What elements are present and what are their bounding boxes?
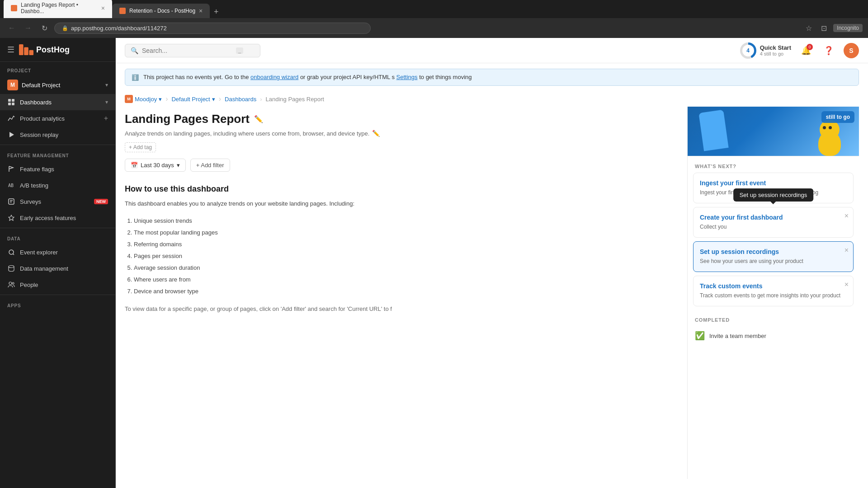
sidebar-item-people[interactable]: People bbox=[0, 277, 115, 293]
quick-start-card-dashboard: Create your first dashboard Collect you … bbox=[693, 207, 854, 238]
sidebar-item-dashboards[interactable]: Dashboards ▾ bbox=[0, 94, 115, 110]
completed-header: COMPLETED bbox=[688, 310, 859, 326]
page-title: Landing Pages Report bbox=[125, 112, 250, 126]
add-filter-label: + Add filter bbox=[196, 162, 224, 169]
page-subtitle: Analyze trends on landing pages, includi… bbox=[125, 130, 678, 137]
edit-title-icon[interactable]: ✏️ bbox=[254, 115, 263, 123]
incognito-badge: Incognito bbox=[833, 24, 863, 32]
back-button[interactable]: ← bbox=[5, 22, 18, 34]
svg-point-16 bbox=[12, 282, 14, 284]
quick-start-panel: still to go WHAT'S NEXT? Ingest your fir… bbox=[687, 107, 859, 479]
svg-point-15 bbox=[9, 282, 12, 285]
breadcrumb-project-chevron: ▾ bbox=[212, 96, 215, 103]
breadcrumb-moodjoy-label: Moodjoy bbox=[135, 96, 157, 103]
new-tab-button[interactable]: + bbox=[210, 5, 222, 18]
tab-close-1[interactable]: × bbox=[101, 5, 105, 12]
date-filter-label: Last 30 days bbox=[141, 162, 174, 169]
add-tag-label: + Add tag bbox=[129, 144, 152, 150]
early-access-icon bbox=[7, 214, 15, 222]
refresh-button[interactable]: ↻ bbox=[38, 22, 51, 34]
date-filter-button[interactable]: 📅 Last 30 days ▾ bbox=[125, 159, 186, 172]
custom-events-close-button[interactable]: × bbox=[844, 281, 849, 289]
add-tag-button[interactable]: + Add tag bbox=[125, 142, 156, 152]
address-text: app.posthog.com/dashboard/114272 bbox=[71, 25, 167, 32]
user-avatar-button[interactable]: S bbox=[844, 43, 859, 58]
sidebar-item-feature-flags[interactable]: Feature flags bbox=[0, 161, 115, 177]
tab-title-1: Landing Pages Report • Dashbo... bbox=[21, 2, 98, 14]
apps-section-label: APPS bbox=[0, 297, 115, 311]
sidebar-item-product-analytics[interactable]: Product analytics + bbox=[0, 110, 115, 127]
dashboards-icon bbox=[7, 98, 15, 106]
browser-chrome: Landing Pages Report • Dashbo... × Reten… bbox=[0, 0, 868, 38]
product-analytics-add-icon[interactable]: + bbox=[104, 114, 108, 122]
sidebar-header: ☰ PostHog bbox=[0, 38, 115, 62]
settings-link[interactable]: Settings bbox=[396, 74, 418, 80]
project-chevron-icon: ▾ bbox=[105, 82, 108, 88]
svg-rect-0 bbox=[19, 44, 24, 55]
guide-item-2: The most popular landing pages bbox=[134, 227, 678, 239]
browser-tab-active[interactable]: Landing Pages Report • Dashbo... × bbox=[4, 0, 112, 18]
breadcrumb-sep-1: › bbox=[165, 95, 168, 103]
breadcrumb-default-project[interactable]: Default Project ▾ bbox=[171, 96, 215, 103]
svg-rect-1 bbox=[24, 47, 28, 55]
quick-start-button[interactable]: 4 Quick Start 4 still to go bbox=[740, 42, 791, 59]
sidebar-item-early-access[interactable]: Early access features bbox=[0, 210, 115, 226]
sidebar-item-ab-testing[interactable]: AB A/B testing bbox=[0, 177, 115, 193]
app-layout: ☰ PostHog PROJECT M Default Project ▾ Da… bbox=[0, 38, 868, 488]
hamburger-button[interactable]: ☰ bbox=[7, 45, 14, 55]
session-recordings-close-button[interactable]: × bbox=[844, 246, 849, 254]
info-text-after: to get things moving bbox=[419, 74, 472, 80]
create-dashboard-close-button[interactable]: × bbox=[844, 212, 849, 220]
create-dashboard-title: Create your first dashboard bbox=[700, 214, 847, 221]
toolbar-row: 📅 Last 30 days ▾ + Add filter bbox=[125, 159, 678, 172]
breadcrumb-avatar: M bbox=[125, 95, 133, 103]
forward-button[interactable]: → bbox=[22, 22, 34, 34]
search-shortcut: _ bbox=[236, 47, 243, 54]
svg-line-13 bbox=[13, 254, 14, 255]
browser-tab-2[interactable]: Retention - Docs - PostHog × bbox=[112, 4, 210, 18]
onboarding-wizard-link[interactable]: onboarding wizard bbox=[250, 74, 298, 80]
add-filter-button[interactable]: + Add filter bbox=[190, 159, 230, 172]
reader-mode-button[interactable]: ⊡ bbox=[818, 22, 830, 34]
search-input[interactable] bbox=[142, 47, 232, 54]
quick-start-card-custom-events: Track custom events Track custom events … bbox=[693, 276, 854, 306]
project-section-label: PROJECT bbox=[0, 62, 115, 76]
sidebar-item-surveys[interactable]: Surveys NEW bbox=[0, 193, 115, 210]
guide-item-7: Device and browser type bbox=[134, 286, 678, 297]
sidebar-item-session-replay[interactable]: Session replay bbox=[0, 127, 115, 143]
svg-rect-2 bbox=[29, 50, 33, 55]
guide-list: Unique session trends The most popular l… bbox=[125, 215, 678, 297]
breadcrumb-dashboards[interactable]: Dashboards bbox=[225, 96, 256, 103]
notifications-button[interactable]: 🔔 0 bbox=[798, 43, 814, 58]
calendar-icon: 📅 bbox=[131, 162, 138, 169]
content-left: Landing Pages Report ✏️ Analyze trends o… bbox=[125, 107, 678, 479]
lock-icon: 🔒 bbox=[62, 25, 68, 31]
ingest-event-title: Ingest your first event bbox=[700, 179, 847, 187]
posthog-logo: PostHog bbox=[19, 44, 70, 55]
guide-item-3: Referring domains bbox=[134, 239, 678, 250]
quick-start-card-sessions[interactable]: Set up session recordings See how your u… bbox=[693, 241, 854, 272]
sidebar: ☰ PostHog PROJECT M Default Project ▾ Da… bbox=[0, 38, 116, 488]
svg-point-14 bbox=[9, 266, 14, 268]
bookmark-button[interactable]: ☆ bbox=[803, 22, 815, 34]
edit-description-icon[interactable]: ✏️ bbox=[372, 130, 380, 137]
custom-events-title: Track custom events bbox=[700, 282, 847, 290]
sidebar-early-access-label: Early access features bbox=[20, 215, 108, 221]
guide-item-4: Pages per session bbox=[134, 250, 678, 262]
quick-start-label: Quick Start bbox=[760, 44, 791, 51]
sidebar-ab-testing-label: A/B testing bbox=[20, 182, 108, 189]
guide-footer: To view data for a specific page, or gro… bbox=[125, 305, 678, 314]
project-selector[interactable]: M Default Project ▾ bbox=[0, 76, 115, 94]
info-text-middle: or grab your project API key/HTML s bbox=[300, 74, 395, 80]
tab-title-2: Retention - Docs - PostHog bbox=[129, 8, 195, 14]
quick-start-sub: 4 still to go bbox=[760, 51, 791, 56]
search-icon: 🔍 bbox=[131, 47, 138, 54]
search-box[interactable]: 🔍 _ bbox=[125, 44, 260, 57]
address-bar[interactable]: 🔒 app.posthog.com/dashboard/114272 bbox=[54, 23, 371, 34]
breadcrumb-moodjoy[interactable]: M Moodjoy ▾ bbox=[125, 95, 162, 103]
help-button[interactable]: ❓ bbox=[821, 43, 836, 58]
svg-text:AB: AB bbox=[8, 183, 14, 188]
sidebar-item-data-management[interactable]: Data management bbox=[0, 260, 115, 277]
tab-close-2[interactable]: × bbox=[199, 7, 203, 14]
sidebar-item-event-explorer[interactable]: Event explorer bbox=[0, 244, 115, 260]
